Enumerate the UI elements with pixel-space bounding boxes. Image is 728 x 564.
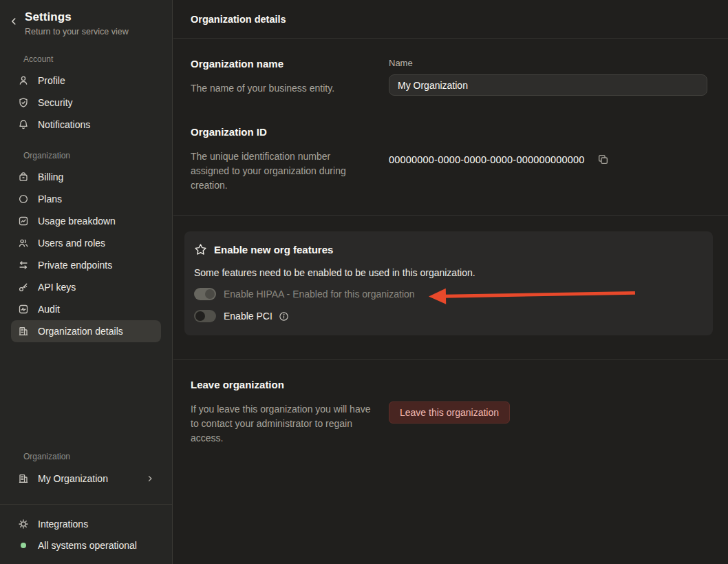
features-card-title: Enable new org features (214, 244, 333, 255)
sidebar-item-label: Plans (38, 194, 62, 205)
org-name-input[interactable] (389, 74, 707, 96)
nav-section-label-account: Account (23, 54, 172, 64)
pci-toggle-row: Enable PCI (194, 310, 703, 322)
status-label: All systems operational (38, 540, 137, 551)
sidebar-item-api-keys[interactable]: API keys (11, 276, 161, 298)
sidebar-item-plans[interactable]: Plans (11, 188, 161, 210)
pci-toggle-label: Enable PCI (224, 311, 272, 322)
chevron-right-icon (146, 474, 154, 483)
sidebar-item-usage-breakdown[interactable]: Usage breakdown (11, 210, 161, 232)
hipaa-toggle (194, 288, 216, 300)
sidebar-item-profile[interactable]: Profile (11, 70, 161, 92)
sidebar-item-label: Profile (38, 75, 65, 86)
sidebar-footer: Integrations All systems operational (0, 504, 172, 564)
leave-organization-button[interactable]: Leave this organization (389, 401, 510, 424)
building-icon (18, 473, 29, 484)
org-name-title: Organization name (191, 58, 389, 70)
star-icon (194, 243, 207, 256)
sidebar-item-audit[interactable]: Audit (11, 298, 161, 320)
sidebar-title: Settings (25, 10, 129, 24)
bell-icon (18, 119, 29, 130)
sidebar-item-security[interactable]: Security (11, 92, 161, 114)
pci-toggle[interactable] (194, 310, 216, 322)
leave-description: If you leave this organization you will … (191, 402, 378, 446)
sidebar-item-notifications[interactable]: Notifications (11, 114, 161, 136)
name-field-label: Name (389, 58, 707, 68)
sidebar-item-billing[interactable]: Billing (11, 166, 161, 188)
sidebar-spacer (0, 342, 172, 452)
enable-org-features-card: Enable new org features Some features ne… (184, 231, 713, 335)
sidebar-item-label: Organization details (38, 326, 123, 337)
key-icon (18, 282, 29, 293)
section-leave-organization: Leave organization If you leave this org… (173, 360, 728, 446)
sidebar-header: Settings Return to your service view (0, 0, 172, 36)
sidebar-subtitle[interactable]: Return to your service view (25, 27, 129, 36)
org-id-description: The unique identification number assigne… (191, 149, 367, 193)
shield-check-icon (18, 97, 29, 108)
org-switcher-value: My Organization (38, 473, 137, 484)
copy-icon[interactable] (597, 154, 609, 165)
sidebar-item-label: Usage breakdown (38, 216, 116, 227)
info-icon[interactable] (279, 311, 289, 322)
section-divider (173, 215, 728, 216)
building-icon (18, 326, 29, 337)
nav-section-label-organization: Organization (23, 151, 172, 160)
sidebar-item-label: Security (38, 97, 73, 108)
integrations-label: Integrations (38, 519, 88, 530)
hipaa-toggle-row: Enable HIPAA - Enabled for this organiza… (194, 288, 703, 300)
chart-icon (18, 216, 29, 227)
section-organization-name: Organization name The name of your busin… (173, 39, 728, 96)
status-dot (21, 543, 26, 548)
settings-sidebar: Settings Return to your service view Acc… (0, 0, 173, 564)
sidebar-item-label: Private endpoints (38, 260, 112, 271)
sidebar-item-label: API keys (38, 282, 76, 293)
sidebar-item-organization-details[interactable]: Organization details (11, 320, 161, 342)
page-header: Organization details (173, 0, 728, 39)
audit-icon (18, 304, 29, 315)
hipaa-toggle-label: Enable HIPAA - Enabled for this organiza… (224, 289, 415, 300)
org-switcher-label: Organization (23, 452, 172, 461)
sidebar-item-users-and-roles[interactable]: Users and roles (11, 232, 161, 254)
billing-icon (18, 171, 29, 182)
integrations-link[interactable]: Integrations (0, 513, 172, 534)
page-title: Organization details (191, 14, 286, 25)
sidebar-item-private-endpoints[interactable]: Private endpoints (11, 254, 161, 276)
main-panel: Organization details Organization name T… (173, 0, 728, 564)
chevron-left-icon[interactable] (9, 17, 19, 36)
org-id-title: Organization ID (191, 126, 389, 138)
sidebar-item-label: Users and roles (38, 238, 105, 249)
leave-title: Leave organization (191, 379, 389, 390)
system-status-link[interactable]: All systems operational (0, 534, 172, 556)
swap-arrows-icon (18, 260, 29, 271)
circle-icon (18, 194, 29, 205)
features-card-description: Some features need to be enabled to be u… (194, 267, 703, 278)
org-switcher[interactable]: My Organization (11, 467, 161, 490)
integrations-icon (18, 519, 29, 530)
org-name-description: The name of your business entity. (191, 81, 389, 96)
sidebar-item-label: Notifications (38, 119, 90, 130)
sidebar-item-label: Audit (38, 304, 60, 315)
sidebar-item-label: Billing (38, 171, 63, 182)
users-icon (18, 238, 29, 249)
section-organization-id: Organization ID The unique identificatio… (173, 96, 728, 193)
org-id-value: 00000000-0000-0000-0000-000000000000 (389, 154, 585, 165)
user-icon (18, 75, 29, 86)
